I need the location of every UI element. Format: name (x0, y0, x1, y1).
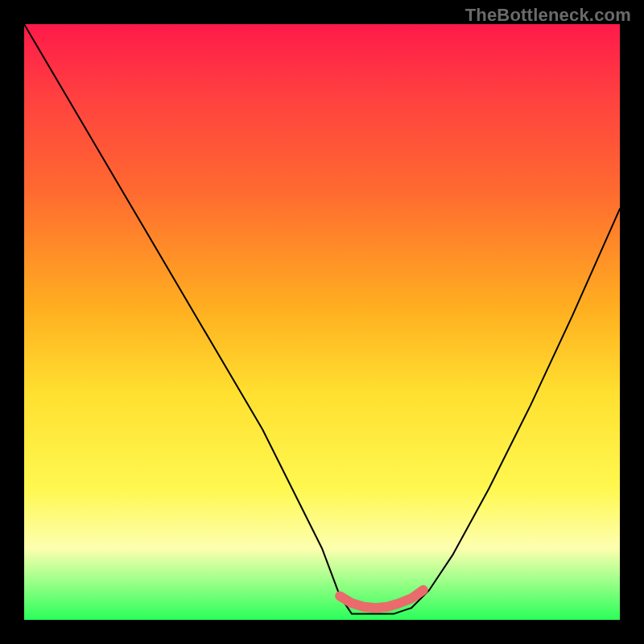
plot-area (24, 24, 620, 620)
marker-band (340, 590, 423, 608)
chart-frame: TheBottleneck.com (0, 0, 644, 644)
chart-svg (24, 24, 620, 620)
bottleneck-curve (24, 24, 620, 614)
watermark-text: TheBottleneck.com (465, 5, 631, 26)
marker-end-dot (419, 586, 427, 594)
